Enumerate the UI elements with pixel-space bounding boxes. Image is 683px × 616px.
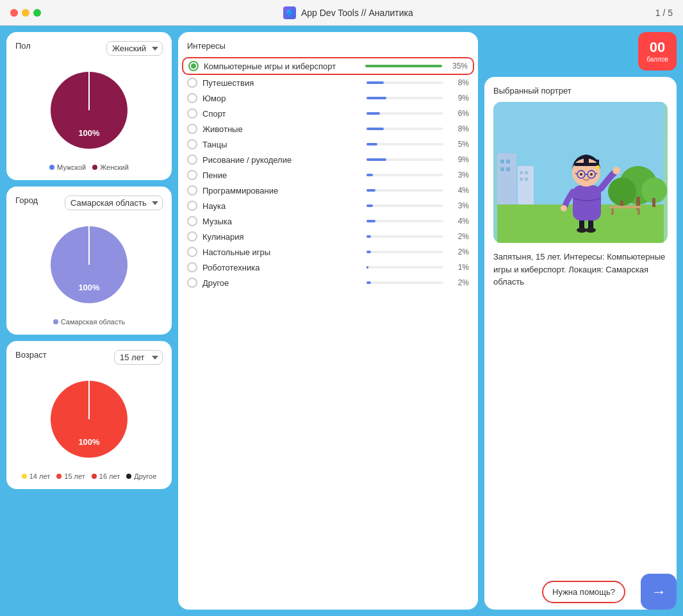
interest-item[interactable]: Рисование / рукоделие9% (187, 152, 469, 167)
svg-point-48 (580, 173, 582, 176)
interest-bar-wrap (366, 97, 443, 99)
interest-bar-wrap (366, 251, 443, 253)
svg-point-42 (596, 165, 600, 169)
age14-dot (22, 474, 27, 479)
interest-bar-wrap (366, 266, 443, 269)
interest-bar (366, 281, 371, 284)
interest-name: Животные (202, 124, 361, 134)
interest-name: Пение (202, 171, 361, 180)
age-select[interactable]: 14 лет 15 лет 16 лет Другое (114, 350, 163, 365)
interest-bar-wrap (366, 128, 443, 130)
score-label: баллов (646, 56, 668, 63)
interest-radio (187, 278, 197, 288)
svg-rect-40 (584, 158, 589, 163)
interest-name: Путешествия (202, 78, 361, 88)
interest-bar (366, 220, 375, 222)
age16-dot (92, 474, 97, 479)
minimize-dot[interactable] (22, 9, 29, 17)
interest-name: Программирование (202, 186, 361, 196)
maximize-dot[interactable] (33, 9, 41, 17)
svg-point-33 (586, 228, 596, 233)
interest-radio (188, 61, 199, 71)
interest-bar (366, 204, 373, 207)
interest-name: Спорт (202, 109, 361, 119)
interest-item[interactable]: Юмор9% (187, 90, 469, 106)
svg-point-35 (613, 167, 620, 174)
age-label: Возраст (15, 350, 47, 360)
interest-item[interactable]: Наука3% (187, 198, 469, 213)
interest-radio (187, 216, 197, 226)
interest-item[interactable]: Животные8% (187, 121, 469, 137)
next-button[interactable]: → (641, 574, 677, 610)
svg-rect-17 (520, 171, 523, 174)
interest-item[interactable]: Робототехника1% (187, 260, 469, 275)
age-card: Возраст 14 лет 15 лет 16 лет Другое 100% (6, 341, 172, 489)
interest-bar (366, 81, 384, 84)
interest-name: Рисование / рукоделие (202, 155, 361, 165)
city-select[interactable]: Самарская область (65, 196, 163, 210)
svg-rect-12 (500, 160, 504, 163)
svg-rect-15 (506, 167, 510, 171)
interest-item[interactable]: Музыка4% (187, 213, 469, 229)
svg-rect-41 (597, 160, 599, 166)
interest-bar-wrap (366, 220, 443, 222)
legend-male: Мужской (49, 163, 86, 171)
male-dot (49, 165, 54, 170)
interest-item[interactable]: Кулинария2% (187, 229, 469, 244)
interest-bar-wrap (366, 143, 443, 146)
page-indicator: 1 / 5 (655, 8, 673, 18)
interest-item[interactable]: Настольные игры2% (187, 244, 469, 260)
legend-14: 14 лет (22, 472, 51, 480)
main-content: Пол Женский Мужской 100% (0, 26, 683, 616)
interest-radio (187, 231, 197, 242)
svg-rect-34 (573, 185, 601, 221)
legend-samara: Самарская область (53, 318, 125, 326)
interest-percent: 3% (451, 201, 469, 210)
svg-point-36 (561, 205, 567, 212)
interest-item[interactable]: Программирование4% (187, 183, 469, 198)
score-badge: 00 баллов (638, 32, 677, 71)
svg-text:100%: 100% (78, 283, 100, 292)
interest-item[interactable]: Пение3% (187, 167, 469, 183)
interest-bar (366, 235, 371, 238)
interest-bar-wrap (366, 189, 443, 192)
interest-bar (366, 143, 377, 146)
gender-select[interactable]: Женский Мужской (106, 41, 163, 56)
interest-bar-wrap (366, 235, 443, 238)
interest-name: Музыка (202, 217, 361, 226)
interest-item[interactable]: Танцы5% (187, 137, 469, 152)
interest-bar (366, 158, 386, 161)
score-value: 00 (650, 40, 665, 54)
svg-rect-26 (652, 198, 655, 207)
interest-bar-wrap (366, 204, 443, 207)
interests-title: Интересы (187, 41, 469, 51)
svg-rect-14 (500, 167, 504, 171)
interest-item[interactable]: Другое2% (187, 275, 469, 290)
right-column: 00 баллов Выбранный портрет (484, 32, 677, 610)
interest-item[interactable]: Путешествия8% (187, 75, 469, 90)
interest-radio (187, 78, 197, 88)
interest-percent: 8% (451, 78, 469, 87)
close-dot[interactable] (10, 9, 18, 17)
interest-radio (187, 247, 197, 257)
svg-rect-27 (609, 206, 641, 208)
interest-name: Кулинария (202, 232, 361, 242)
interest-bar-wrap (366, 281, 443, 284)
interest-bar (366, 189, 375, 192)
city-label: Город (15, 196, 38, 205)
interest-bar (366, 112, 380, 115)
city-pie-chart: 100% (41, 217, 137, 313)
interest-bar-wrap (366, 81, 443, 84)
interest-radio (187, 124, 197, 134)
interest-bar-wrap (366, 158, 443, 161)
interest-radio (187, 93, 197, 103)
interest-item[interactable]: Спорт6% (187, 106, 469, 121)
samara-dot (53, 319, 58, 324)
interest-item[interactable]: Компьютерные игры и киберспорт35% (182, 57, 474, 75)
interest-percent: 9% (451, 155, 469, 164)
svg-text:100%: 100% (78, 437, 100, 447)
portrait-title: Выбранный портрет (493, 86, 668, 96)
interest-bar (366, 97, 386, 99)
gender-pie-container: 100% Мужской Женский (15, 62, 163, 171)
help-button[interactable]: Нужна помощь? (542, 581, 625, 603)
